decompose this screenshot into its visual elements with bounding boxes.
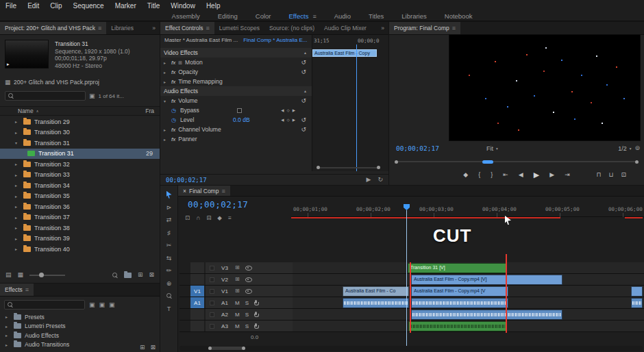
poster-frame-icon[interactable]: ▸ (7, 62, 10, 67)
delete-button[interactable]: ⊠ (149, 272, 154, 278)
panel-menu-icon[interactable]: ≡ (221, 188, 225, 194)
filter-accelerated-icon[interactable]: ▣ (89, 302, 95, 308)
close-icon[interactable]: × (183, 188, 186, 194)
icon-view-button[interactable]: ▦ (18, 272, 24, 278)
collapse-icon[interactable]: ▲ (304, 89, 307, 93)
fx-badge-icon[interactable]: fx (171, 98, 175, 104)
bin-row-expanded[interactable]: ▾Transition 31 (0, 138, 160, 149)
source-patch-empty[interactable] (190, 274, 204, 285)
new-custom-bin-button[interactable]: ⊞ (140, 344, 145, 351)
bin-row[interactable]: ▸Transition 38 (0, 223, 160, 234)
effect-controls-mini-timeline[interactable]: 31;15 00;00;0 Australia East Film - Copy (312, 35, 388, 171)
effects-search-input[interactable] (16, 301, 82, 309)
workspace-editing[interactable]: Editing (218, 12, 238, 20)
chevron-right-icon[interactable]: ▸ (15, 130, 20, 135)
chevron-right-icon[interactable]: ▸ (5, 324, 10, 329)
menu-sequence[interactable]: Sequence (68, 2, 110, 10)
chevron-right-icon[interactable]: ▸ (15, 119, 20, 124)
cut-edit-line[interactable] (410, 262, 411, 333)
chevron-right-icon[interactable]: ▸ (15, 194, 20, 199)
in-out-filter-icon[interactable]: ▣ (89, 93, 95, 99)
mark-out-button[interactable]: } (491, 171, 493, 178)
tab-project[interactable]: Project: 200+ Glitch and VHS Pack ≡ (0, 22, 106, 34)
bin-row[interactable]: ▸Transition 36 (0, 201, 160, 212)
chevron-right-icon[interactable]: ▸ (15, 236, 20, 241)
track-lock-toggle[interactable] (210, 312, 214, 317)
bin-row[interactable]: ▸Transition 29 (0, 116, 160, 127)
fx-badge-icon[interactable]: fx (171, 60, 175, 66)
effects-search-box[interactable] (4, 300, 85, 310)
stopwatch-icon[interactable]: ◷ (171, 117, 177, 123)
effect-row-channel-volume[interactable]: ▸ fx Channel Volume ↺ (160, 125, 312, 134)
linked-selection-icon[interactable]: ⊟ (206, 214, 211, 221)
track-output-eye-icon[interactable] (245, 277, 252, 282)
chevron-right-icon[interactable]: ▸ (15, 225, 20, 230)
tab-audio-clip-mixer[interactable]: Audio Clip Mixer (319, 22, 371, 34)
export-frame-button[interactable]: ⊡ (621, 171, 626, 178)
track-header-v1[interactable]: V1 ⊞ (206, 286, 293, 297)
workspace-titles[interactable]: Titles (369, 12, 384, 20)
chevron-right-icon[interactable]: ▸ (164, 60, 169, 65)
workspace-menu-icon[interactable]: ≡ (312, 13, 316, 20)
track-header-a3[interactable]: A3 M S (206, 320, 293, 331)
bin-row[interactable]: ▸Transition 37 (0, 212, 160, 223)
panel-menu-icon[interactable]: ≡ (25, 286, 29, 293)
preview-thumbnail[interactable]: ▸ (5, 40, 49, 68)
menu-edit[interactable]: Edit (22, 2, 45, 10)
master-breadcrumb[interactable]: Master * Australia East Film ... (164, 37, 238, 43)
chevron-right-icon[interactable]: ▸ (15, 173, 20, 177)
new-bin-button[interactable] (124, 273, 132, 278)
param-row-level[interactable]: ◷ Level 0.0 dB ◀ ◇ ▶ ↺ (160, 115, 312, 125)
source-patch-empty[interactable] (190, 309, 204, 320)
solo-button[interactable]: S (245, 323, 249, 329)
reset-param-icon[interactable]: ↺ (301, 116, 306, 123)
chevron-right-icon[interactable]: ▸ (15, 162, 20, 166)
audio-clip-fragment[interactable] (631, 298, 643, 308)
mark-in-button[interactable]: { (478, 171, 480, 178)
add-marker-button[interactable]: ◆ (217, 214, 222, 221)
track-name[interactable]: A1 (220, 300, 230, 306)
thumbnail-zoom-slider[interactable] (29, 275, 65, 276)
loop-button[interactable]: ↻ (377, 177, 383, 183)
effects-bin-audio-transitions[interactable]: ▸Audio Transitions (0, 340, 160, 350)
panel-menu-icon[interactable]: ≡ (98, 25, 101, 32)
zoom-handle-right[interactable] (377, 166, 380, 169)
sync-lock-icon[interactable]: ⊞ (235, 265, 240, 271)
add-marker-button[interactable]: ◆ (463, 171, 468, 178)
timeline-timecode[interactable]: 00;00;02;17 (188, 199, 248, 210)
effects-bin-audio-effects[interactable]: ▸Audio Effects (0, 331, 160, 340)
step-forward-button[interactable]: ▶ (549, 171, 554, 178)
effect-row-time-remapping[interactable]: ▸ fx Time Remapping (160, 77, 312, 86)
track-lock-toggle[interactable] (210, 324, 214, 329)
step-back-button[interactable]: ◀ (519, 171, 523, 178)
menu-help[interactable]: Help (201, 2, 226, 10)
chevron-right-icon[interactable]: ▸ (5, 314, 10, 319)
track-output-eye-icon[interactable] (245, 288, 252, 294)
audio-clip-a1-left[interactable] (343, 298, 409, 308)
extract-button[interactable]: ⊔ (608, 171, 613, 178)
timeline-horizontal-scrollbar[interactable] (179, 346, 643, 351)
previous-keyframe-icon[interactable]: ◀ (281, 108, 284, 112)
filter-yuv-icon[interactable]: ▣ (109, 302, 115, 308)
bin-row[interactable]: ▸Transition 33 (0, 170, 160, 181)
play-button[interactable]: ▶ (367, 177, 371, 183)
track-header-a1[interactable]: A1 M S (206, 297, 293, 308)
clip-fragment[interactable] (631, 286, 643, 297)
timeline-settings-icon[interactable]: ≡ (228, 214, 232, 221)
chevron-right-icon[interactable]: ▸ (15, 204, 20, 209)
bin-row[interactable]: ▸Transition 30 (0, 127, 160, 138)
fx-badge-icon[interactable]: fx (171, 127, 175, 133)
filter-32bit-icon[interactable]: ▣ (99, 302, 106, 308)
track-output-eye-icon[interactable] (245, 265, 252, 271)
menu-window[interactable]: Window (165, 2, 201, 10)
reset-effect-icon[interactable]: ↺ (301, 126, 306, 133)
panel-menu-icon[interactable]: ≡ (452, 25, 456, 32)
effects-bin-lumetri-presets[interactable]: ▸Lumetri Presets (0, 322, 160, 331)
effect-row-volume[interactable]: ▾ fx Volume ↺ (160, 96, 312, 105)
mini-timeline-zoom-bar[interactable] (317, 166, 380, 169)
clip-transition-31[interactable]: Transition 31 [V] (408, 263, 507, 273)
find-button[interactable] (112, 273, 118, 278)
go-to-out-button[interactable]: ⇥ (565, 171, 570, 178)
track-name[interactable]: V3 (220, 265, 230, 271)
list-view-button[interactable]: ▤ (5, 272, 12, 278)
